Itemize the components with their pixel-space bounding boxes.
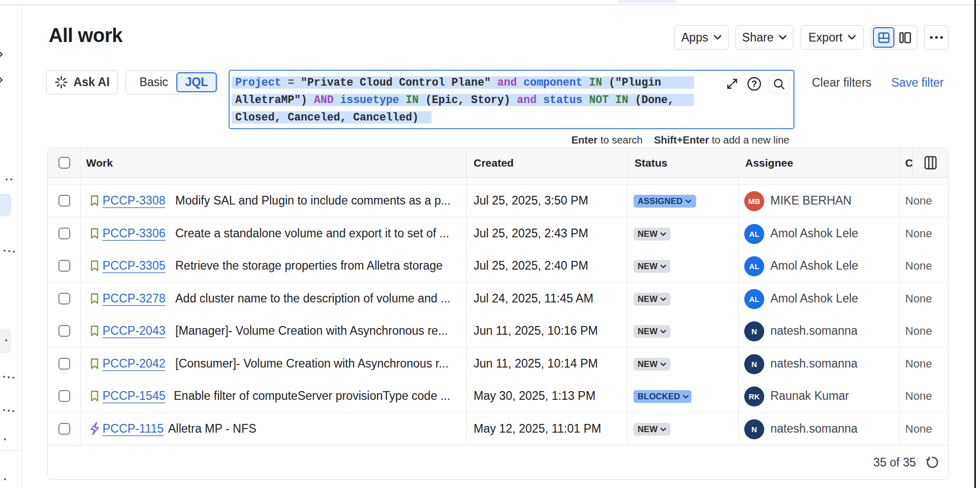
svg-text:?: ? (751, 79, 757, 89)
